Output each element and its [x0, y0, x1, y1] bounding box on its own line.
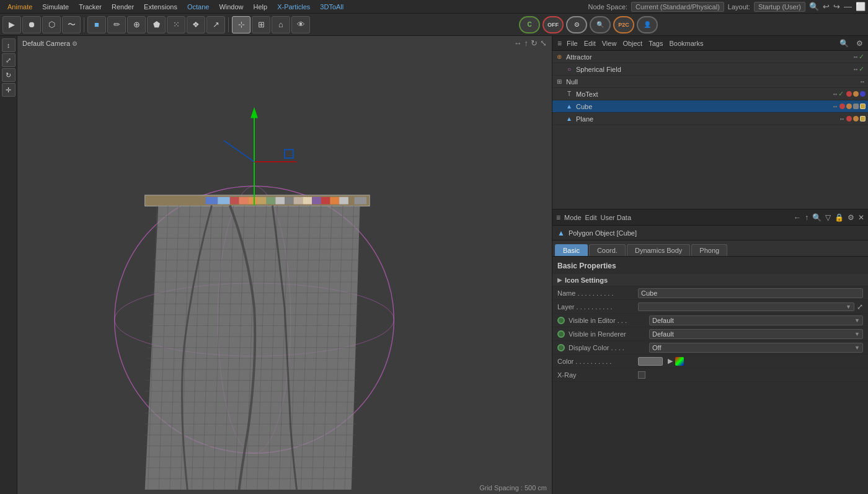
obj-menu-bookmarks[interactable]: Bookmarks: [669, 40, 703, 47]
visible-renderer-dropdown[interactable]: Default ▼: [649, 329, 863, 339]
obj-row-spherical-field[interactable]: ○ Spherical Field ▪▪ ✓: [552, 63, 868, 76]
visible-renderer-value[interactable]: Default ▼: [649, 329, 863, 339]
camera-settings-icon[interactable]: ⚙: [72, 40, 78, 47]
eye-tool[interactable]: 👁: [291, 16, 310, 33]
user-btn[interactable]: 👤: [637, 16, 658, 33]
select-tool[interactable]: ⊹: [232, 16, 250, 33]
camera-btn[interactable]: ⊙: [566, 16, 587, 33]
props-hamburger[interactable]: ≡: [556, 213, 560, 222]
menu-3dtoall[interactable]: 3DToAll: [315, 2, 348, 12]
display-color-dropdown[interactable]: Off ▼: [649, 343, 863, 353]
minimize-icon[interactable]: —: [844, 2, 852, 11]
visible-editor-dropdown[interactable]: Default ▼: [649, 315, 863, 325]
obj-row-attractor[interactable]: ⊕ Attractor ▪▪ ✓: [552, 51, 868, 63]
tab-coord[interactable]: Coord.: [589, 244, 626, 256]
xray-checkbox[interactable]: [638, 371, 645, 379]
display-color-toggle[interactable]: [557, 344, 565, 351]
cube-tool[interactable]: ■: [87, 16, 106, 33]
menu-help[interactable]: Help: [249, 2, 273, 12]
tab-phong[interactable]: Phong: [691, 244, 727, 256]
props-filter-icon[interactable]: ▽: [825, 213, 831, 222]
props-edit[interactable]: Edit: [585, 214, 597, 221]
menu-simulate[interactable]: Simulate: [37, 2, 74, 12]
move-tool[interactable]: ↕: [2, 38, 16, 52]
tab-dynamics[interactable]: Dynamics Body: [627, 244, 690, 256]
snap-tool[interactable]: ⌂: [272, 16, 290, 33]
search-icon[interactable]: 🔍: [809, 2, 819, 11]
menu-tracker[interactable]: Tracker: [74, 2, 107, 12]
scale-tool[interactable]: ⤢: [2, 53, 16, 67]
props-mode[interactable]: Mode: [564, 214, 582, 221]
icon-settings-section[interactable]: ▶ Icon Settings: [552, 274, 868, 286]
color-triangle-icon[interactable]: ▶: [668, 357, 673, 365]
menu-render[interactable]: Render: [107, 2, 139, 12]
obj-menu-tags[interactable]: Tags: [649, 40, 663, 47]
menu-xparticles[interactable]: X-Particles: [272, 2, 315, 12]
obj-row-motext[interactable]: T MoText ▪▪ ✓: [552, 88, 868, 100]
obj-menu-edit[interactable]: Edit: [584, 40, 596, 47]
paint-tool[interactable]: ⬟: [147, 16, 166, 33]
sculpt-tool[interactable]: ⊕: [127, 16, 146, 33]
nav-rotate[interactable]: ↻: [531, 38, 538, 48]
props-close-icon[interactable]: ✕: [858, 213, 864, 222]
menu-animate[interactable]: Animate: [2, 2, 37, 12]
curve-button[interactable]: 〜: [62, 16, 81, 33]
visible-editor-value[interactable]: Default ▼: [649, 315, 863, 325]
color-swatch[interactable]: [638, 357, 663, 366]
obj-toolbar-hamburger[interactable]: ≡: [555, 39, 564, 48]
obj-menu-view[interactable]: View: [602, 40, 617, 47]
layer-dropdown-value[interactable]: ▼: [638, 302, 854, 311]
color-picker-btn[interactable]: [675, 357, 684, 366]
visible-renderer-row: Visible in Renderer Default ▼: [552, 327, 868, 341]
tab-basic[interactable]: Basic: [555, 244, 588, 256]
props-search-icon[interactable]: 🔍: [812, 213, 822, 222]
mograph-tool[interactable]: ❖: [187, 16, 205, 33]
obj-row-null[interactable]: ⊞ Null ▪▪: [552, 76, 868, 88]
props-user-data[interactable]: User Data: [601, 214, 632, 221]
obj-settings-icon[interactable]: ⚙: [854, 39, 866, 48]
nav-move[interactable]: ↔: [514, 38, 522, 48]
layer-expand-icon[interactable]: ⤢: [857, 302, 863, 311]
menu-extensions[interactable]: Extensions: [139, 2, 182, 12]
props-back-icon[interactable]: ←: [794, 213, 801, 222]
play-button[interactable]: ▶: [2, 16, 21, 33]
properties-panel: ≡ Mode Edit User Data ← ↑ 🔍 ▽ 🔒 ⚙ ✕ ▲ Po…: [552, 210, 868, 494]
maximize-icon[interactable]: ⬜: [856, 2, 866, 11]
rotate-tool[interactable]: ↻: [2, 68, 16, 82]
obj-menu-file[interactable]: File: [567, 40, 578, 47]
viewport-3d[interactable]: Default Camera ⚙ ↔ ↑ ↻ ⤡: [17, 36, 552, 494]
render-circle-btn[interactable]: C: [519, 16, 540, 33]
off-btn[interactable]: OFF: [542, 16, 564, 33]
node-space-value[interactable]: Current (Standard/Physical): [631, 2, 724, 12]
keyframe-button[interactable]: ⬡: [42, 16, 61, 33]
nav-up[interactable]: ↑: [525, 38, 529, 48]
display-color-value[interactable]: Off ▼: [649, 343, 863, 353]
layer-dropdown[interactable]: ▼ ⤢: [638, 302, 863, 311]
nav-zoom[interactable]: ⤡: [540, 38, 547, 48]
menu-window[interactable]: Window: [214, 2, 248, 12]
transform-tool[interactable]: ✛: [2, 83, 16, 97]
name-value[interactable]: Cube: [638, 288, 863, 298]
redo-icon[interactable]: ↪: [833, 2, 840, 11]
props-settings-icon[interactable]: ⚙: [848, 213, 854, 222]
particle-tool[interactable]: ⁙: [167, 16, 185, 33]
obj-row-plane[interactable]: ▲ Plane ▪▪: [552, 113, 868, 125]
visible-renderer-text: Default: [652, 330, 674, 338]
search-btn[interactable]: 🔍: [590, 16, 611, 33]
props-up-icon[interactable]: ↑: [805, 213, 808, 222]
layout-value[interactable]: Startup (User): [754, 2, 805, 12]
visible-renderer-toggle[interactable]: [557, 330, 565, 338]
obj-row-cube[interactable]: ▲ Cube ▪▪: [552, 100, 868, 113]
p2c-btn[interactable]: P2C: [613, 16, 634, 33]
record-button[interactable]: ⏺: [22, 16, 41, 33]
props-lock-icon[interactable]: 🔒: [835, 213, 844, 222]
obj-search-icon[interactable]: 🔍: [837, 39, 851, 48]
grid-tool[interactable]: ⊞: [252, 16, 270, 33]
visible-editor-toggle[interactable]: [557, 317, 565, 324]
brush-tool[interactable]: ✏: [107, 16, 126, 33]
arrow-tool[interactable]: ↗: [206, 16, 225, 33]
menu-octane[interactable]: Octane: [182, 2, 214, 12]
obj-menu-object[interactable]: Object: [622, 40, 642, 47]
undo-icon[interactable]: ↩: [823, 2, 830, 11]
object-manager: ≡ File Edit View Object Tags Bookmarks 🔍…: [552, 36, 868, 210]
